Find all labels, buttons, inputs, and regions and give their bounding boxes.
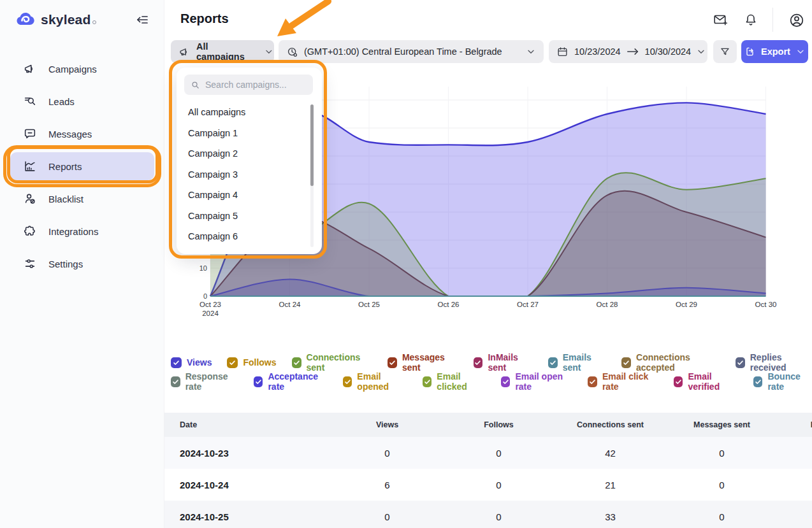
sidebar-item-reports[interactable]: Reports bbox=[10, 152, 154, 180]
chart-legend-row-1: ViewsFollowsConnections sentMessages sen… bbox=[171, 352, 812, 373]
checkbox-checked-icon[interactable] bbox=[621, 357, 631, 368]
checkbox-checked-icon[interactable] bbox=[343, 376, 352, 387]
sliders-icon bbox=[23, 257, 37, 271]
legend-item-follows[interactable]: Follows bbox=[227, 357, 276, 368]
sidebar-item-blacklist[interactable]: Blacklist bbox=[10, 185, 154, 213]
skylead-cloud-logo-icon bbox=[15, 10, 36, 30]
checkbox-checked-icon[interactable] bbox=[753, 376, 763, 387]
legend-item-email-clicked[interactable]: Email clicked bbox=[423, 371, 486, 392]
sidebar: skylead CampaignsLeadsMessagesReportsBla… bbox=[0, 0, 164, 528]
checkbox-checked-icon[interactable] bbox=[171, 376, 180, 387]
export-file-icon bbox=[744, 46, 756, 57]
table-header-date: Date bbox=[164, 420, 331, 429]
campaign-option-campaign-4[interactable]: Campaign 4 bbox=[177, 185, 307, 206]
checkbox-checked-icon[interactable] bbox=[171, 357, 182, 368]
campaign-selector-button[interactable]: All campaigns bbox=[171, 40, 274, 63]
legend-item-inmails-sent[interactable]: InMails sent bbox=[474, 352, 533, 373]
legend-item-response-rate[interactable]: Response rate bbox=[171, 371, 238, 392]
legend-item-email-open-rate[interactable]: Email open rate bbox=[501, 371, 573, 392]
legend-item-connections-sent[interactable]: Connections sent bbox=[292, 352, 372, 373]
calendar-icon bbox=[556, 46, 569, 58]
legend-label: Response rate bbox=[185, 371, 238, 392]
legend-item-email-click-rate[interactable]: Email click rate bbox=[588, 371, 658, 392]
collapse-sidebar-icon[interactable] bbox=[134, 13, 150, 28]
legend-item-emails-sent[interactable]: Emails sent bbox=[548, 352, 606, 373]
sidebar-item-messages[interactable]: Messages bbox=[10, 120, 154, 148]
sidebar-item-label: Reports bbox=[48, 161, 82, 172]
legend-item-connections-accepted[interactable]: Connections accepted bbox=[621, 352, 720, 373]
table-cell-value: 0 bbox=[443, 480, 555, 490]
sidebar-item-label: Blacklist bbox=[48, 194, 83, 204]
checkbox-checked-icon[interactable] bbox=[388, 357, 397, 368]
legend-label: Email clicked bbox=[437, 371, 485, 392]
svg-text:Oct 26: Oct 26 bbox=[438, 301, 460, 308]
chart-icon bbox=[23, 159, 37, 173]
checkbox-checked-icon[interactable] bbox=[736, 357, 745, 368]
table-header-connections-sent: Connections sent bbox=[555, 420, 666, 429]
timezone-clock-icon bbox=[286, 46, 298, 58]
campaign-option-campaign-2[interactable]: Campaign 2 bbox=[177, 143, 307, 164]
table-cell-value: 0 bbox=[666, 480, 778, 490]
account-avatar-icon[interactable] bbox=[788, 12, 805, 29]
legend-label: InMails sent bbox=[488, 352, 532, 373]
legend-item-bounce-rate[interactable]: Bounce rate bbox=[753, 371, 812, 392]
campaign-option-campaign-1[interactable]: Campaign 1 bbox=[177, 123, 307, 144]
table-row: 2024-10-24602100 bbox=[164, 469, 812, 501]
legend-label: Email verified bbox=[688, 371, 737, 392]
table-header-follows: Follows bbox=[443, 420, 555, 429]
table-cell-value: 0 bbox=[443, 448, 555, 459]
puzzle-icon bbox=[23, 224, 37, 238]
table-cell-date: 2024-10-25 bbox=[164, 511, 331, 522]
checkbox-checked-icon[interactable] bbox=[423, 376, 432, 387]
legend-label: Email click rate bbox=[602, 371, 658, 392]
sidebar-item-campaigns[interactable]: Campaigns bbox=[10, 55, 154, 83]
checkbox-checked-icon[interactable] bbox=[588, 376, 597, 387]
chevron-down-icon bbox=[696, 46, 706, 57]
campaign-option-campaign-5[interactable]: Campaign 5 bbox=[177, 206, 307, 227]
annotation-arrow bbox=[261, 0, 331, 46]
filter-button[interactable] bbox=[713, 40, 737, 63]
campaign-option-campaign-3[interactable]: Campaign 3 bbox=[177, 164, 307, 185]
checkbox-checked-icon[interactable] bbox=[292, 357, 301, 368]
blocked-user-icon bbox=[23, 192, 37, 206]
campaign-option-campaign-6[interactable]: Campaign 6 bbox=[177, 226, 307, 247]
date-range-picker[interactable]: 10/23/2024 10/30/2024 bbox=[549, 40, 707, 63]
timezone-select[interactable]: (GMT+01:00) Central European Time - Belg… bbox=[279, 40, 544, 63]
table-header-row: DateViewsFollowsConnections sentMessages… bbox=[164, 413, 812, 437]
campaign-search-box[interactable] bbox=[184, 75, 313, 95]
chevron-down-icon bbox=[795, 46, 806, 57]
sidebar-item-integrations[interactable]: Integrations bbox=[10, 217, 154, 245]
checkbox-checked-icon[interactable] bbox=[548, 357, 558, 368]
checkbox-checked-icon[interactable] bbox=[674, 376, 683, 387]
sidebar-item-label: Messages bbox=[48, 129, 92, 139]
metrics-table: DateViewsFollowsConnections sentMessages… bbox=[164, 413, 812, 528]
legend-item-email-verified[interactable]: Email verified bbox=[674, 371, 738, 392]
table-cell-value: 0 bbox=[778, 448, 812, 459]
legend-item-replies-received[interactable]: Replies received bbox=[736, 352, 812, 373]
sidebar-item-settings[interactable]: Settings bbox=[10, 250, 154, 278]
legend-label: Emails sent bbox=[563, 352, 606, 373]
new-message-icon[interactable] bbox=[713, 12, 728, 27]
sidebar-item-leads[interactable]: Leads bbox=[10, 87, 154, 115]
campaign-search-input[interactable] bbox=[205, 80, 301, 90]
export-button[interactable]: Export bbox=[741, 40, 808, 63]
checkbox-checked-icon[interactable] bbox=[474, 357, 483, 368]
table-cell-date: 2024-10-24 bbox=[164, 480, 331, 490]
legend-item-views[interactable]: Views bbox=[171, 357, 212, 368]
sidebar-item-label: Campaigns bbox=[48, 64, 97, 75]
checkbox-checked-icon[interactable] bbox=[254, 376, 263, 387]
dropdown-scrollbar-thumb[interactable] bbox=[310, 104, 314, 186]
reports-page: skylead CampaignsLeadsMessagesReportsBla… bbox=[0, 0, 812, 528]
notifications-bell-icon[interactable] bbox=[743, 12, 758, 27]
legend-item-email-opened[interactable]: Email opened bbox=[343, 371, 407, 392]
logo-text: skylead bbox=[41, 12, 91, 27]
megaphone-icon bbox=[23, 62, 37, 76]
svg-text:Oct 27: Oct 27 bbox=[517, 301, 539, 308]
table-header-inmails-sent: InMails sent bbox=[778, 420, 812, 429]
legend-item-acceptance-rate[interactable]: Acceptance rate bbox=[254, 371, 328, 392]
legend-label: Connections accepted bbox=[636, 352, 720, 373]
campaign-option-all-campaigns[interactable]: All campaigns bbox=[177, 102, 307, 123]
checkbox-checked-icon[interactable] bbox=[501, 376, 511, 387]
checkbox-checked-icon[interactable] bbox=[227, 357, 238, 368]
legend-item-messages-sent[interactable]: Messages sent bbox=[388, 352, 458, 373]
